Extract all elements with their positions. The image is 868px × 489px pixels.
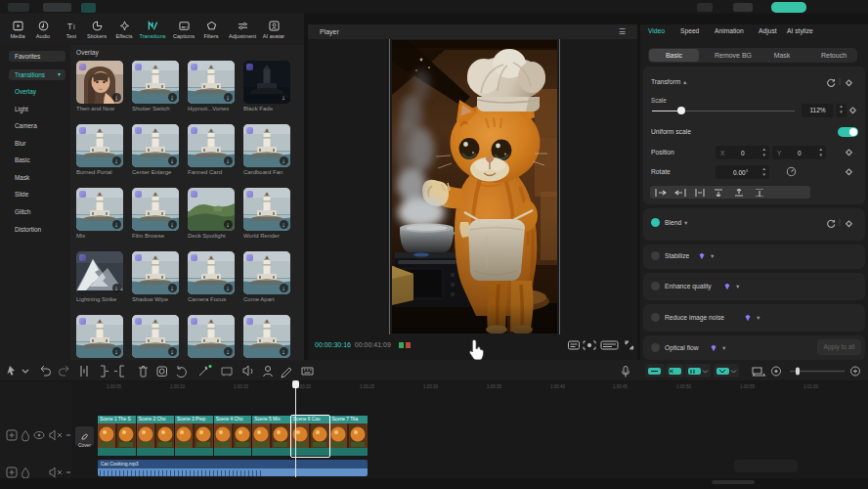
svg-text:T: T xyxy=(66,22,71,31)
svg-text:I: I xyxy=(72,23,74,30)
